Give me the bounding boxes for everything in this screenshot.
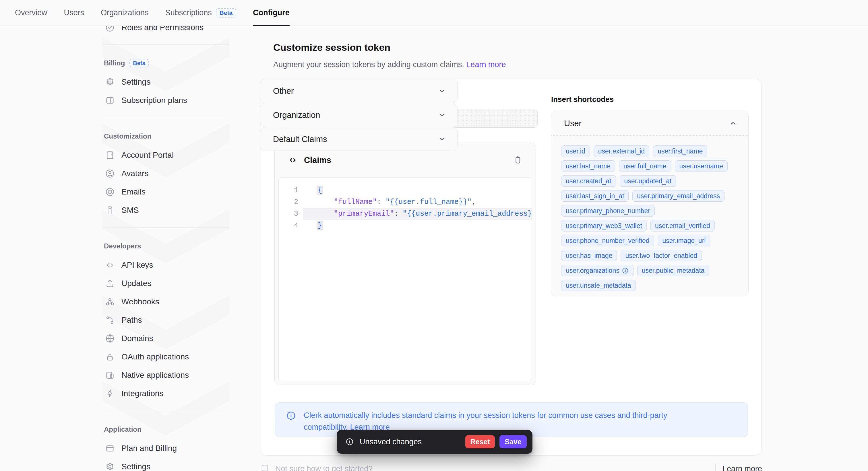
chip-row: user.last_nameuser.full_nameuser.usernam… (561, 160, 739, 172)
sidebar-item-sms[interactable]: SMS (102, 204, 229, 216)
shortcode-chip-label: user.last_sign_in_at (566, 192, 624, 200)
shortcode-chip-user-email-verified[interactable]: user.email_verified (650, 220, 715, 232)
chip-row: user.primary_web3_walletuser.email_verif… (561, 220, 739, 232)
sidebar-item-label: Webhooks (121, 297, 159, 306)
sidebar-divider (102, 117, 229, 118)
description-text: Augment your session tokens by adding cu… (273, 60, 464, 69)
sidebar-item-label: Emails (121, 187, 146, 197)
sidebar-section-application: Application (102, 423, 229, 436)
code-line: 4} (279, 220, 532, 232)
shortcode-chip-user-primary-web3-wallet[interactable]: user.primary_web3_wallet (561, 220, 647, 232)
shortcode-chip-user-two-factor-enabled[interactable]: user.two_factor_enabled (621, 250, 702, 261)
shortcode-chip-label: user.email_verified (655, 222, 710, 230)
nav-item-subscriptions[interactable]: SubscriptionsBeta (165, 0, 237, 26)
accordion-label: Other (273, 86, 294, 96)
sidebar-item-emails[interactable]: Emails (102, 186, 229, 198)
sidebar-section-items: Plan and BillingSettings (102, 443, 229, 471)
sidebar-section-items: API keysUpdatesWebhooksPathsDomainsOAuth… (102, 259, 229, 399)
sidebar-item-native-applications[interactable]: Native applications (102, 369, 229, 381)
portal-icon (105, 150, 115, 160)
shortcode-chip-user-primary-email-address[interactable]: user.primary_email_address (632, 190, 724, 202)
webhook-icon (105, 297, 115, 307)
shortcode-chip-user-updated-at[interactable]: user.updated_at (620, 175, 676, 187)
top-nav: OverviewUsersOrganizationsSubscriptionsB… (0, 0, 868, 26)
shortcode-chip-user-organizations[interactable]: user.organizations (561, 265, 633, 276)
shortcode-chip-label: user.two_factor_enabled (625, 252, 697, 260)
sidebar-item-settings[interactable]: Settings (102, 76, 229, 88)
shortcode-chip-user-username[interactable]: user.username (675, 160, 727, 172)
nav-item-label: Subscriptions (165, 8, 212, 17)
sidebar-item-webhooks[interactable]: Webhooks (102, 296, 229, 307)
sidebar-item-plan-and-billing[interactable]: Plan and Billing (102, 443, 229, 454)
avatar-icon (105, 168, 115, 179)
code-line-content: } (303, 220, 532, 232)
accordion-organization[interactable]: Organization (260, 103, 458, 127)
beta-badge: Beta (216, 8, 237, 18)
sidebar-item-subscription-plans[interactable]: Subscription plans (102, 95, 229, 106)
shortcode-chip-label: user.last_name (566, 162, 611, 170)
code-line-content: { (303, 184, 532, 196)
reset-button[interactable]: Reset (465, 435, 495, 448)
shortcode-chip-user-last-sign-in-at[interactable]: user.last_sign_in_at (561, 190, 629, 202)
shortcode-chip-user-id[interactable]: user.id (561, 145, 590, 157)
sidebar-item-settings[interactable]: Settings (102, 461, 229, 471)
shortcode-chip-label: user.updated_at (624, 177, 672, 185)
shortcode-chip-user-primary-phone-number[interactable]: user.primary_phone_number (561, 205, 655, 216)
sidebar-item-oauth-applications[interactable]: OAuth applications (102, 351, 229, 363)
shortcode-chip-label: user.username (679, 162, 723, 170)
chevron-down-icon (438, 135, 446, 143)
save-button[interactable]: Save (499, 435, 527, 448)
sidebar-item-account-portal[interactable]: Account Portal (102, 149, 229, 161)
shortcode-chip-label: user.organizations (566, 267, 619, 274)
code-line: 3 "primaryEmail": "{{user.primary_email_… (279, 208, 532, 220)
copy-icon[interactable] (513, 155, 523, 165)
footer-learn-more-link[interactable]: Learn more (722, 464, 762, 471)
sidebar-item-avatars[interactable]: Avatars (102, 168, 229, 179)
accordion-default-claims[interactable]: Default Claims (260, 127, 458, 151)
shortcode-chip-user-public-metadata[interactable]: user.public_metadata (637, 265, 709, 276)
nav-item-users[interactable]: Users (64, 0, 84, 26)
shortcode-chip-user-created-at[interactable]: user.created_at (561, 175, 616, 187)
accordion-other[interactable]: Other (260, 79, 458, 103)
globe-icon (105, 333, 115, 344)
shortcode-chip-user-phone-number-verified[interactable]: user.phone_number_verified (561, 235, 654, 246)
sidebar-item-paths[interactable]: Paths (102, 314, 229, 326)
shortcode-chip-label: user.id (566, 147, 585, 155)
bolt-icon (105, 389, 115, 399)
sidebar-item-api-keys[interactable]: API keys (102, 259, 229, 271)
code-line-number: 4 (279, 220, 303, 232)
shortcodes-user-panel: User user.iduser.external_iduser.first_n… (551, 111, 749, 296)
claims-editor[interactable]: 1{2 "fullName": "{{user.full_name}}",3 "… (278, 177, 532, 381)
shortcode-chip-user-unsafe-metadata[interactable]: user.unsafe_metadata (561, 280, 636, 291)
shortcode-chip-user-first-name[interactable]: user.first_name (653, 145, 707, 157)
sidebar-item-integrations[interactable]: Integrations (102, 388, 229, 399)
shortcode-chip-user-external-id[interactable]: user.external_id (594, 145, 649, 157)
sidebar-item-domains[interactable]: Domains (102, 333, 229, 344)
sidebar-item-updates[interactable]: Updates (102, 278, 229, 289)
shortcode-chip-user-last-name[interactable]: user.last_name (561, 160, 615, 172)
lock-icon (105, 352, 115, 362)
nav-item-organizations[interactable]: Organizations (101, 0, 149, 26)
shortcode-chip-label: user.primary_email_address (637, 192, 720, 200)
shortcode-chip-user-has-image[interactable]: user.has_image (561, 250, 617, 261)
sidebar-item-label: SMS (121, 206, 139, 215)
sidebar-item-label: Avatars (121, 169, 148, 178)
page-description: Augment your session tokens by adding cu… (273, 60, 506, 69)
sidebar-section-customization: Customization (102, 130, 229, 142)
chip-row: user.has_imageuser.two_factor_enabled (561, 250, 739, 261)
chip-row: user.phone_number_verifieduser.image_url (561, 235, 739, 246)
sidebar-item-label: OAuth applications (121, 352, 189, 362)
sidebar-divider (102, 44, 229, 45)
sidebar-section-label: Developers (104, 242, 141, 250)
nav-item-configure[interactable]: Configure (253, 0, 290, 26)
shortcode-chip-user-image-url[interactable]: user.image_url (658, 235, 710, 246)
active-tab-underline (253, 25, 290, 26)
code-line: 2 "fullName": "{{user.full_name}}", (279, 196, 532, 208)
info-icon (286, 410, 296, 421)
gear-icon (105, 77, 115, 87)
shortcode-chip-user-full-name[interactable]: user.full_name (619, 160, 671, 172)
sidebar-item-label: Settings (121, 462, 150, 471)
accordion-user[interactable]: User (551, 111, 748, 135)
learn-more-link[interactable]: Learn more (466, 60, 506, 69)
nav-item-overview[interactable]: Overview (15, 0, 48, 26)
